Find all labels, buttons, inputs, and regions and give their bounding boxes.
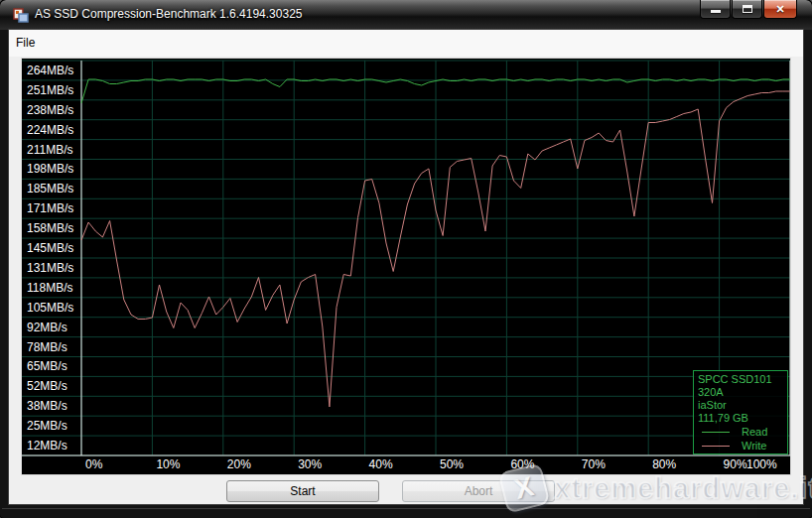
x-axis-label: 90% bbox=[724, 457, 747, 471]
legend-read-label: Read bbox=[742, 426, 767, 439]
x-axis-label: 70% bbox=[582, 457, 606, 471]
x-axis-label: 0% bbox=[85, 457, 102, 471]
minimize-button[interactable] bbox=[700, 0, 731, 19]
y-axis-label: 12MB/s bbox=[27, 436, 68, 455]
x-axis-label: 80% bbox=[652, 457, 676, 471]
as-ssd-app-icon bbox=[13, 7, 29, 23]
chart-legend: SPCC SSD101 320A iaStor 111,79 GB Read W… bbox=[693, 370, 788, 454]
legend-read-row: Read bbox=[698, 426, 787, 439]
y-axis-label: 224MB/s bbox=[27, 120, 73, 140]
maximize-icon bbox=[743, 5, 752, 13]
y-axis-label: 145MB/s bbox=[27, 238, 73, 258]
x-axis-label: 50% bbox=[440, 457, 464, 471]
client-area: File 264MB/s251MB/s238MB/s224MB/s211MB/s… bbox=[9, 30, 803, 504]
y-axis-label: 38MB/s bbox=[27, 396, 68, 416]
x-axis-label: 30% bbox=[298, 457, 322, 471]
legend-capacity: 111,79 GB bbox=[698, 412, 787, 425]
app-icon[interactable] bbox=[13, 7, 29, 23]
y-axis-label: 211MB/s bbox=[27, 140, 72, 160]
x-axis-label: 10% bbox=[156, 457, 180, 471]
y-axis-label: 52MB/s bbox=[27, 376, 68, 396]
menu-bar: File bbox=[9, 30, 803, 57]
x-axis-label: 60% bbox=[510, 457, 534, 471]
close-icon: ✕ bbox=[775, 4, 784, 15]
legend-driver: iaStor bbox=[698, 399, 787, 412]
abort-button[interactable]: Abort bbox=[402, 480, 555, 502]
y-axis-label: 131MB/s bbox=[27, 258, 73, 278]
y-axis-label: 251MB/s bbox=[27, 80, 73, 100]
start-button[interactable]: Start bbox=[226, 480, 379, 502]
app-window: AS SSD Compression-Benchmark 1.6.4194.30… bbox=[0, 0, 812, 518]
legend-device-name: SPCC SSD101 bbox=[698, 373, 787, 386]
y-axis-label: 264MB/s bbox=[27, 61, 73, 80]
window-controls: ✕ bbox=[699, 0, 797, 20]
y-axis-label: 25MB/s bbox=[27, 416, 68, 436]
y-axis-label: 92MB/s bbox=[27, 318, 68, 337]
y-axis-label: 198MB/s bbox=[27, 160, 73, 180]
read-line-sample bbox=[702, 432, 730, 433]
legend-firmware: 320A bbox=[698, 386, 787, 399]
y-axis-label: 78MB/s bbox=[27, 337, 68, 357]
window-frame-groove bbox=[2, 508, 810, 509]
titlebar[interactable]: AS SSD Compression-Benchmark 1.6.4194.30… bbox=[0, 0, 812, 30]
legend-write-row: Write bbox=[698, 440, 787, 453]
y-axis-label: 185MB/s bbox=[27, 179, 73, 198]
x-axis-label: 40% bbox=[369, 457, 393, 471]
y-axis-label: 158MB/s bbox=[27, 218, 73, 238]
window-title: AS SSD Compression-Benchmark 1.6.4194.30… bbox=[35, 7, 302, 21]
write-line-sample bbox=[702, 446, 730, 447]
y-axis-label: 238MB/s bbox=[27, 100, 73, 120]
y-axis-label: 105MB/s bbox=[27, 298, 73, 318]
legend-write-label: Write bbox=[742, 440, 766, 453]
menu-file[interactable]: File bbox=[9, 30, 42, 55]
y-axis-label: 171MB/s bbox=[27, 198, 73, 218]
y-axis-label: 65MB/s bbox=[27, 357, 68, 377]
chart-plot bbox=[22, 59, 790, 474]
x-axis-label: 20% bbox=[227, 457, 251, 471]
y-axis-label: 118MB/s bbox=[27, 278, 72, 298]
compression-benchmark-chart: 264MB/s251MB/s238MB/s224MB/s211MB/s198MB… bbox=[21, 58, 791, 475]
close-button[interactable]: ✕ bbox=[763, 0, 797, 19]
minimize-icon bbox=[711, 10, 721, 13]
maximize-button[interactable] bbox=[732, 0, 762, 19]
x-axis-label: 100% bbox=[746, 457, 777, 471]
